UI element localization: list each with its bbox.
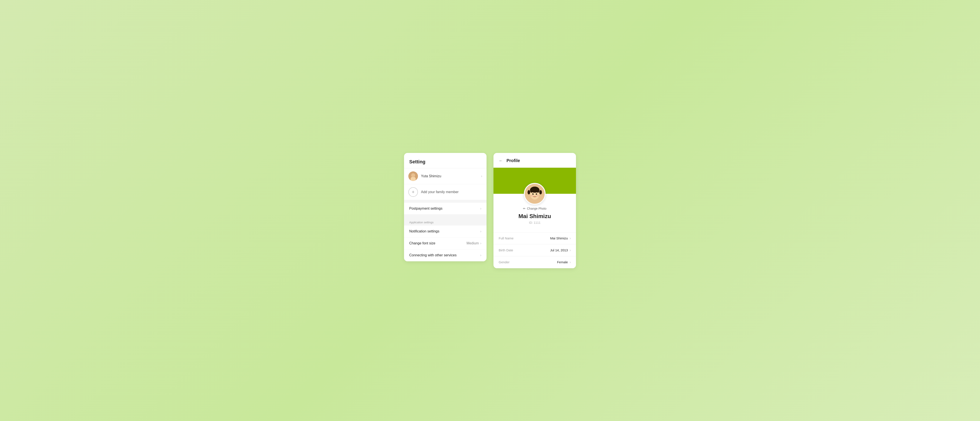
postpayment-settings-row[interactable]: Postpayment settings ›	[404, 203, 487, 215]
change-font-size-row[interactable]: Change font size Medium ›	[404, 238, 487, 249]
full-name-value: Mai Shimizu	[550, 236, 568, 240]
svg-point-8	[539, 190, 542, 195]
panels-container: Setting Yuta Shimizu › + Add your family…	[404, 153, 576, 268]
notification-settings-label: Notification settings	[409, 230, 480, 233]
settings-title: Setting	[409, 159, 481, 165]
settings-header: Setting	[404, 153, 487, 168]
notification-settings-row[interactable]: Notification settings ›	[404, 225, 487, 238]
full-name-row[interactable]: Full Name Mai Shimizu ›	[493, 233, 576, 244]
back-button[interactable]: ←	[498, 157, 504, 164]
app-settings-section-label: Application settings	[409, 221, 434, 224]
profile-avatar	[524, 183, 546, 205]
connecting-services-row[interactable]: Connecting with other services ›	[404, 249, 487, 262]
add-member-label: Add your family member	[421, 190, 458, 194]
change-photo-button[interactable]: ✏ Change Photo	[523, 207, 546, 210]
profile-id: ID: 1111	[529, 221, 541, 229]
change-font-size-label: Change font size	[409, 241, 466, 245]
svg-point-11	[536, 193, 537, 195]
chevron-icon: ›	[480, 230, 481, 233]
chevron-icon: ›	[480, 253, 481, 257]
gender-row[interactable]: Gender Female ›	[493, 256, 576, 268]
postpayment-label: Postpayment settings	[409, 207, 480, 210]
svg-point-13	[537, 193, 537, 194]
add-member-row[interactable]: + Add your family member	[404, 184, 487, 200]
chevron-icon: ›	[570, 260, 571, 264]
app-settings-divider	[404, 215, 487, 217]
settings-panel: Setting Yuta Shimizu › + Add your family…	[404, 153, 487, 262]
back-arrow-icon: ←	[499, 158, 503, 163]
svg-point-17	[530, 189, 533, 193]
svg-point-7	[528, 190, 530, 195]
profile-panel: ← Profile	[493, 153, 576, 268]
chevron-icon: ›	[570, 248, 571, 252]
add-icon: +	[408, 187, 418, 197]
birth-date-field-label: Birth Date	[499, 248, 550, 252]
birth-date-row[interactable]: Birth Date Jul 14, 2013 ›	[493, 244, 576, 256]
avatar	[408, 171, 418, 181]
chevron-icon: ›	[480, 207, 481, 210]
gender-field-label: Gender	[499, 260, 557, 264]
profile-title: Profile	[506, 158, 520, 163]
pencil-icon: ✏	[523, 207, 526, 210]
chevron-icon: ›	[481, 174, 482, 178]
full-name-field-label: Full Name	[499, 236, 550, 240]
birth-date-value: Jul 14, 2013	[550, 248, 568, 252]
svg-point-18	[537, 189, 539, 193]
connecting-services-label: Connecting with other services	[409, 253, 480, 257]
app-settings-section-header: Application settings	[404, 217, 487, 225]
svg-point-14	[531, 195, 533, 196]
svg-point-10	[532, 193, 534, 195]
chevron-icon: ›	[480, 241, 481, 245]
section-divider	[404, 200, 487, 203]
profile-avatar-section: ✏ Change Photo Mai Shimizu ID: 1111	[493, 183, 576, 233]
svg-point-3	[411, 173, 415, 177]
chevron-icon: ›	[570, 236, 571, 240]
profile-name: Mai Shimizu	[519, 213, 551, 220]
change-photo-label: Change Photo	[527, 207, 546, 210]
profile-header: ← Profile	[493, 153, 576, 168]
svg-point-12	[533, 193, 534, 194]
family-member-row[interactable]: Yuta Shimizu ›	[404, 168, 487, 184]
gender-value: Female	[557, 260, 568, 264]
font-size-value: Medium	[466, 241, 479, 245]
svg-point-15	[537, 195, 539, 196]
member-name: Yuta Shimizu	[421, 174, 481, 178]
